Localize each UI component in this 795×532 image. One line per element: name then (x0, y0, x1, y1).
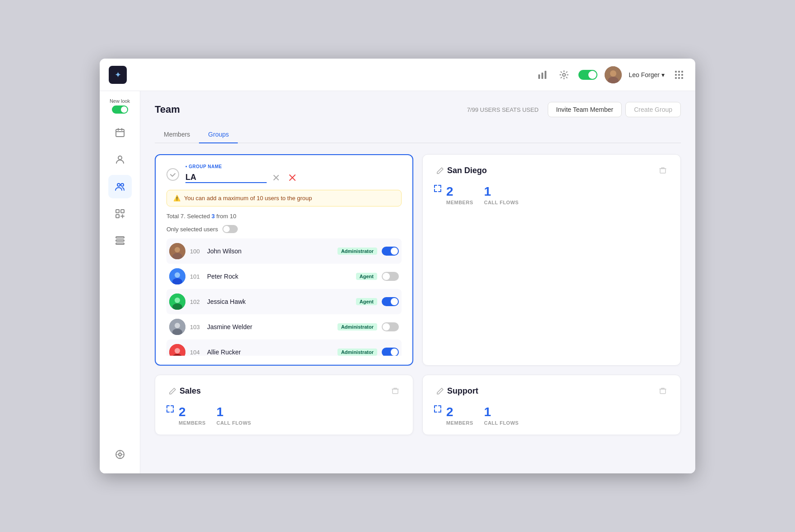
top-bar: ✦ Leo Forger ▾ (100, 59, 695, 91)
support-stats: 2 MEMBERS 1 CALL FLOWS (434, 405, 670, 426)
sales-members-stat: 2 MEMBERS (166, 405, 206, 426)
svg-point-45 (175, 323, 180, 328)
svg-rect-14 (678, 77, 680, 79)
sidebar-item-integrations[interactable] (108, 202, 132, 225)
user-toggle-103[interactable] (382, 322, 399, 331)
new-group-card: GROUP NAME (155, 154, 413, 366)
resize-icon (434, 184, 442, 195)
support-members-stat: 2 MEMBERS (434, 405, 473, 426)
group-name-label: GROUP NAME (185, 164, 402, 169)
only-selected-toggle[interactable] (222, 225, 238, 233)
user-avatar-103 (169, 319, 185, 335)
svg-rect-51 (393, 389, 398, 394)
tab-groups[interactable]: Groups (199, 126, 238, 143)
group-name-input[interactable] (185, 173, 267, 183)
user-row: 104 Allie Rucker Administrator (166, 339, 402, 356)
chart-icon[interactable] (535, 68, 550, 82)
san-diego-header: San Diego (434, 164, 670, 177)
user-toggle-104[interactable] (382, 348, 399, 356)
svg-point-20 (118, 156, 122, 160)
san-diego-card: San Diego 2 MEMBERS (422, 154, 681, 366)
sales-members: 2 MEMBERS (179, 405, 206, 426)
sidebar-item-help[interactable] (108, 443, 132, 466)
svg-rect-2 (545, 71, 546, 79)
tabs: Members Groups (155, 126, 681, 143)
user-role-103: Administrator (337, 323, 377, 330)
user-name-103: Jasmine Welder (207, 323, 333, 330)
user-id-103: 103 (190, 324, 203, 330)
svg-rect-23 (116, 210, 119, 213)
svg-rect-0 (538, 74, 540, 79)
sidebar: New look (100, 91, 140, 473)
seats-info: 7/99 USERS SEATS USED (467, 106, 539, 113)
san-diego-callflows-count: 1 (484, 184, 519, 199)
user-row: 102 Jessica Hawk Agent (166, 289, 402, 314)
confirm-group-button[interactable] (166, 168, 179, 181)
support-name: Support (447, 386, 656, 396)
svg-rect-11 (678, 74, 680, 76)
tab-members[interactable]: Members (155, 126, 199, 143)
svg-rect-26 (116, 237, 124, 238)
support-members-count: 2 (446, 405, 473, 419)
new-look-toggle[interactable] (112, 105, 128, 114)
grid-icon[interactable] (672, 68, 686, 82)
delete-support-button[interactable] (656, 384, 670, 398)
user-avatar-100 (169, 243, 185, 259)
user-list: 100 John Wilson Administrator 101 Peter … (166, 238, 402, 356)
warning-box: ⚠️ You can add a maximum of 10 users to … (166, 190, 402, 206)
delete-san-diego-button[interactable] (656, 164, 670, 177)
resize-icon-support (434, 405, 442, 415)
clear-input-button[interactable] (269, 171, 283, 184)
settings-icon[interactable] (557, 68, 571, 82)
user-toggle-100[interactable] (382, 247, 399, 256)
user-name-101: Peter Rock (207, 273, 351, 280)
svg-rect-24 (121, 210, 124, 213)
san-diego-members-stat: 2 MEMBERS (434, 184, 473, 205)
sidebar-item-team[interactable] (108, 175, 132, 198)
edit-san-diego-button[interactable] (434, 164, 447, 177)
logo-icon: ✦ (115, 70, 121, 80)
svg-point-3 (563, 73, 565, 76)
user-toggle-102[interactable] (382, 297, 399, 306)
svg-rect-9 (681, 71, 683, 73)
new-look-label: New look (110, 98, 130, 104)
svg-rect-25 (116, 215, 119, 218)
svg-rect-13 (675, 77, 677, 79)
sales-header: Sales (166, 384, 402, 398)
support-callflows-count: 1 (484, 405, 519, 419)
invite-team-member-button[interactable]: Invite Team Member (548, 102, 622, 117)
svg-point-22 (121, 183, 124, 186)
status-toggle[interactable] (578, 70, 597, 80)
user-role-104: Administrator (337, 349, 377, 356)
group-name-input-row (185, 171, 402, 184)
sales-callflows-label: CALL FLOWS (217, 420, 251, 426)
user-avatar-101 (169, 268, 185, 284)
svg-rect-28 (116, 243, 124, 244)
svg-rect-8 (678, 71, 680, 73)
sales-stats: 2 MEMBERS 1 CALL FLOWS (166, 405, 402, 426)
user-toggle-101[interactable] (382, 272, 399, 281)
svg-point-21 (117, 183, 120, 186)
app-logo[interactable]: ✦ (109, 66, 127, 84)
svg-rect-1 (541, 73, 543, 79)
delete-sales-button[interactable] (388, 384, 402, 398)
edit-support-button[interactable] (434, 384, 447, 398)
sidebar-item-calendar[interactable] (108, 121, 132, 144)
sidebar-item-contacts[interactable] (108, 148, 132, 171)
edit-sales-button[interactable] (166, 384, 180, 398)
user-id-102: 102 (190, 298, 203, 305)
close-group-button[interactable] (286, 171, 299, 184)
create-group-button[interactable]: Create Group (625, 102, 681, 117)
svg-point-42 (175, 298, 180, 303)
svg-point-36 (175, 247, 180, 252)
support-callflows: 1 CALL FLOWS (484, 405, 519, 426)
support-callflows-label: CALL FLOWS (484, 420, 519, 426)
user-name[interactable]: Leo Forger ▾ (629, 71, 665, 78)
new-look-section: New look (110, 98, 130, 114)
user-name-104: Allie Rucker (207, 349, 333, 356)
san-diego-callflows: 1 CALL FLOWS (484, 184, 519, 205)
main-layout: New look (100, 91, 695, 473)
sidebar-item-tags[interactable] (108, 229, 132, 252)
support-card: Support 2 MEMBERS (422, 375, 681, 435)
content-area: Team 7/99 USERS SEATS USED Invite Team M… (140, 91, 695, 473)
